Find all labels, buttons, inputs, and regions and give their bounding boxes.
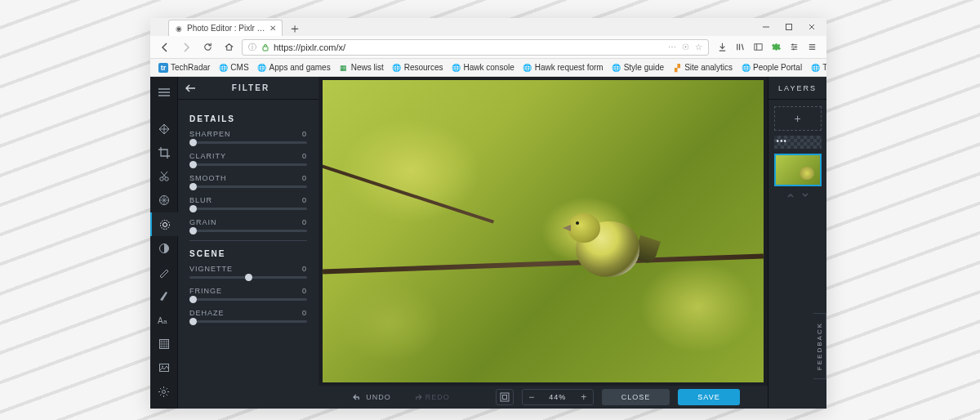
slider-blur[interactable]: BLUR0 <box>189 196 307 210</box>
filter-panel: FILTER DETAILS SHARPEN0 CLARITY0 SMOOTH0… <box>178 77 318 409</box>
svg-point-23 <box>163 222 167 226</box>
svg-point-10 <box>791 44 793 46</box>
lock-icon <box>261 42 270 52</box>
layers-title: LAYERS <box>768 77 826 100</box>
nav-reload-button[interactable] <box>199 39 216 56</box>
add-layer-button[interactable]: + <box>774 106 822 131</box>
sheets-icon: ▦ <box>339 63 349 73</box>
panel-header: FILTER <box>178 77 318 100</box>
bookmark-item[interactable]: 🌐Style guide <box>608 62 667 74</box>
library-icon[interactable] <box>732 39 748 56</box>
slider-clarity[interactable]: CLARITY0 <box>189 152 307 166</box>
close-button[interactable]: CLOSE <box>602 389 670 405</box>
canvas-viewport[interactable] <box>318 77 768 386</box>
svg-point-19 <box>159 177 163 181</box>
url-text: https://pixlr.com/x/ <box>274 42 345 52</box>
effect-tool-icon[interactable] <box>150 236 178 260</box>
layer-options-icon[interactable]: ••• <box>777 136 788 145</box>
slider-vignette[interactable]: VIGNETTE0 <box>189 265 307 279</box>
fit-screen-button[interactable] <box>496 389 514 405</box>
zoom-control: − 44% + <box>522 389 594 405</box>
bookmark-item[interactable]: 🌐Apps and games <box>254 62 334 74</box>
tool-rail: Aa <box>150 77 178 409</box>
divider <box>189 240 307 241</box>
bird-subject <box>561 207 651 284</box>
arrange-tool-icon[interactable] <box>150 117 178 141</box>
section-title-scene: SCENE <box>189 249 307 258</box>
window-minimize-button[interactable] <box>755 20 777 34</box>
feedback-tab[interactable]: FEEDBACK <box>813 313 826 379</box>
svg-point-20 <box>164 177 167 181</box>
zoom-in-button[interactable]: + <box>575 390 593 404</box>
redo-button[interactable]: REDO <box>406 391 457 404</box>
bookmark-item[interactable]: 🌐Hawk console <box>448 62 517 74</box>
bookmark-item[interactable]: 🌐CMS <box>215 62 252 74</box>
url-field[interactable]: ⓘ https://pixlr.com/x/ ⋯ ☉ ☆ <box>242 39 709 56</box>
window-maximize-button[interactable] <box>777 20 800 34</box>
svg-rect-1 <box>786 25 792 30</box>
element-tool-icon[interactable] <box>150 332 178 355</box>
globe-icon: 🌐 <box>218 63 228 73</box>
hamburger-menu-icon[interactable] <box>150 82 178 102</box>
retouch-tool-icon[interactable] <box>150 260 178 284</box>
section-title-details: DETAILS <box>189 114 307 123</box>
layer-up-icon[interactable] <box>786 191 795 199</box>
menu-icon[interactable] <box>804 39 820 56</box>
nav-back-button[interactable] <box>157 39 173 56</box>
tab-close-icon[interactable]: ✕ <box>269 25 277 33</box>
slider-sharpen[interactable]: SHARPEN0 <box>189 130 307 144</box>
svg-point-11 <box>795 46 796 47</box>
text-tool-icon[interactable]: Aa <box>150 308 178 332</box>
svg-point-29 <box>162 366 163 368</box>
undo-button[interactable]: UNDO <box>346 391 398 404</box>
bookmark-item[interactable]: 🌐Hawk request form <box>519 62 607 74</box>
draw-tool-icon[interactable] <box>150 284 178 308</box>
slider-dehaze[interactable]: DEHAZE0 <box>189 309 307 323</box>
svg-text:A: A <box>158 316 163 325</box>
bookmark-item[interactable]: ▞Site analytics <box>669 62 736 74</box>
globe-icon: 🌐 <box>741 63 751 73</box>
nav-home-button[interactable] <box>220 39 237 56</box>
browser-tab[interactable]: ◉ Photo Editor : Pixlr X - free ima… ✕ <box>168 20 283 36</box>
window-close-button[interactable] <box>800 20 823 34</box>
layer-thumb-empty[interactable]: ••• <box>774 136 822 149</box>
slider-smooth[interactable]: SMOOTH0 <box>189 174 307 188</box>
slider-fringe[interactable]: FRINGE0 <box>189 287 307 301</box>
save-button[interactable]: SAVE <box>678 389 739 405</box>
globe-icon: 🌐 <box>612 63 621 73</box>
bookmark-item[interactable]: 🌐Train ticket form <box>807 62 826 74</box>
svg-rect-4 <box>263 47 268 51</box>
filter-tool-icon[interactable] <box>150 212 178 236</box>
globe-icon: 🌐 <box>810 63 820 73</box>
bookmark-item[interactable]: 🌐People Portal <box>737 62 805 74</box>
cutout-tool-icon[interactable] <box>150 164 178 188</box>
bookmark-star-icon[interactable]: ☆ <box>693 42 703 52</box>
browser-titlebar: ◉ Photo Editor : Pixlr X - free ima… ✕ ＋ <box>150 18 826 36</box>
downloads-icon[interactable] <box>714 39 730 56</box>
adjust-tool-icon[interactable] <box>150 189 178 212</box>
bookmark-item[interactable]: ▦News list <box>336 62 387 74</box>
photo-canvas[interactable] <box>323 80 764 382</box>
panel-body: DETAILS SHARPEN0 CLARITY0 SMOOTH0 BLUR0 … <box>178 100 318 339</box>
add-image-tool-icon[interactable] <box>150 355 178 379</box>
extension-icon[interactable] <box>768 39 784 56</box>
bookmark-item[interactable]: trTechRadar <box>155 62 213 74</box>
bookmarks-bar: trTechRadar 🌐CMS 🌐Apps and games ▦News l… <box>150 59 826 77</box>
crop-tool-icon[interactable] <box>150 141 178 164</box>
page-actions-icon[interactable]: ⋯ <box>667 42 677 52</box>
slider-grain[interactable]: GRAIN0 <box>189 218 307 232</box>
zoom-value: 44% <box>541 393 575 401</box>
new-tab-button[interactable]: ＋ <box>287 21 302 36</box>
reader-icon[interactable]: ☉ <box>680 42 690 52</box>
settings-icon[interactable] <box>150 380 178 404</box>
layer-nav <box>786 191 809 199</box>
bookmark-item[interactable]: 🌐Resources <box>389 62 447 74</box>
svg-point-22 <box>160 220 169 229</box>
nav-forward-button[interactable] <box>178 39 194 56</box>
layer-thumb-photo[interactable] <box>774 154 822 186</box>
zoom-out-button[interactable]: − <box>523 390 541 404</box>
customize-icon[interactable] <box>786 39 802 56</box>
layer-down-icon[interactable] <box>801 191 809 199</box>
sidebar-icon[interactable] <box>750 39 766 56</box>
bookmark-favicon-icon: tr <box>158 63 168 73</box>
